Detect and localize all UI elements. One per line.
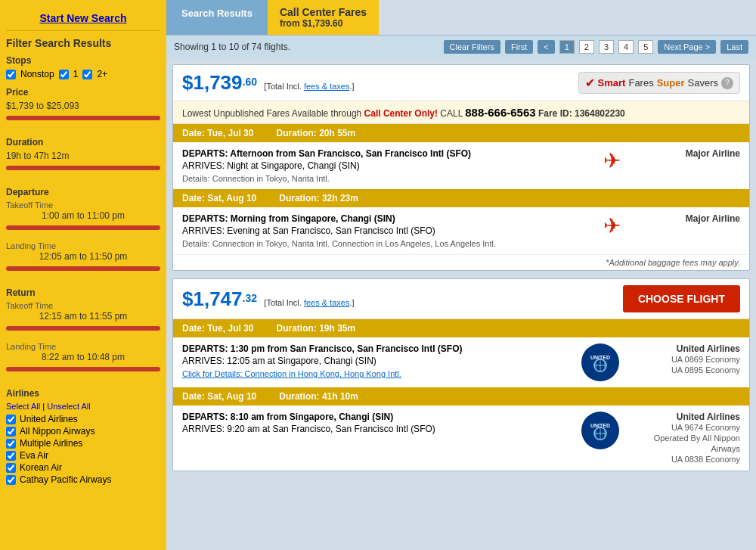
flight-card-1: $1,739.60 [Total Incl. fees & taxes.] ✔ …	[172, 64, 750, 271]
fees-link-1[interactable]: fees & taxes	[304, 82, 350, 91]
call-center-sub: from $1,739.60	[280, 18, 367, 29]
airline-logo-2b: UNITED	[581, 412, 642, 449]
airline-name-1a: Major Airline	[649, 148, 740, 159]
segment-header-2b: Date: Sat, Aug 10 Duration: 41h 10m	[173, 387, 749, 406]
airline-checkbox-5[interactable]	[6, 475, 16, 485]
duration-range: 19h to 47h 12m	[6, 151, 160, 161]
price-area-2: $1,747.32 [Total Incl. fees & taxes.]	[182, 287, 355, 311]
departure-landing-slider[interactable]	[6, 266, 160, 280]
return-landing-range: 8:22 am to 10:48 pm	[6, 352, 160, 362]
nonstop-checkbox[interactable]	[6, 70, 16, 79]
segment-header-1b: Date: Sat, Aug 10 Duration: 32h 23m	[173, 189, 749, 207]
card-header-2: $1,747.32 [Total Incl. fees & taxes.] CH…	[173, 279, 749, 319]
start-new-search-section: Start New Search	[6, 6, 160, 31]
airline-label-1: All Nippon Airways	[20, 426, 94, 437]
departure-landing-range: 12:05 am to 11:50 pm	[6, 251, 160, 262]
plane-icon-1a: ✈	[603, 149, 621, 172]
segment-body-2b: DEPARTS: 8:10 am from Singapore, Changi …	[173, 406, 749, 471]
airline-name-2b: United Airlines UA 9674 Economy Operated…	[649, 412, 740, 465]
return-filter: Return Takeoff Time 12:15 am to 11:55 pm…	[6, 287, 160, 381]
page-4-button[interactable]: 4	[618, 40, 634, 54]
departure-landing-label: Landing Time	[6, 241, 160, 250]
call-word: CALL	[440, 108, 465, 119]
segment-header-2a: Date: Tue, Jul 30 Duration: 19h 35m	[173, 319, 749, 337]
airline-logo-1a: ✈	[581, 148, 642, 173]
price-area-1: $1,739.60 [Total Incl. fees & taxes.]	[182, 71, 355, 95]
smartfares-help-icon[interactable]: ?	[721, 77, 733, 89]
segment-body-1a: DEPARTS: Afternoon from San Francisco, S…	[173, 142, 749, 189]
two-plus-checkbox[interactable]	[82, 70, 92, 79]
segment-info-1b: DEPARTS: Morning from Singapore, Changi …	[182, 213, 574, 248]
call-center-label: Call Center Fares	[280, 6, 367, 18]
airline-checkbox-1[interactable]	[6, 427, 16, 437]
card-header-1: $1,739.60 [Total Incl. fees & taxes.] ✔ …	[173, 65, 749, 101]
segment-info-2a: DEPARTS: 1:30 pm from San Francisco, San…	[182, 343, 574, 378]
airline-item-3: Eva Air	[6, 450, 160, 461]
arrives-2b: ARRIVES: 9:20 am at San Francisco, San F…	[182, 424, 574, 434]
price-cents-2: .32	[243, 292, 257, 304]
arrives-2a: ARRIVES: 12:05 am at Singapore, Changi (…	[182, 356, 574, 366]
duration-slider[interactable]	[6, 166, 160, 179]
two-plus-label: 2+	[97, 69, 107, 79]
airline-item-4: Korean Air	[6, 462, 160, 473]
clear-filters-button[interactable]: Clear Filters	[444, 40, 500, 54]
airline-checkbox-4[interactable]	[6, 463, 16, 473]
showing-text: Showing 1 to 10 of 74 flights.	[174, 42, 439, 52]
departure-takeoff-slider[interactable]	[6, 225, 160, 239]
plane-icon-1b: ✈	[603, 214, 621, 238]
unselect-all-link[interactable]: Unselect All	[47, 402, 90, 411]
seg1b-date: Date: Sat, Aug 10	[182, 193, 256, 204]
one-stop-label: 1	[73, 69, 79, 79]
arrives-1a: ARRIVES: Night at Singapore, Changi (SIN…	[182, 160, 574, 171]
select-all-link[interactable]: Select All	[6, 402, 40, 411]
price-range: $1,739 to $25,093	[6, 101, 160, 111]
next-page-button[interactable]: Next Page >	[658, 40, 716, 54]
tab-call-center[interactable]: Call Center Fares from $1,739.60	[268, 0, 379, 35]
seg1b-duration: Duration: 32h 23m	[279, 193, 358, 204]
tab-search-results[interactable]: Search Results	[166, 0, 268, 35]
airline-item-5: Cathay Pacific Airways	[6, 474, 160, 485]
departs-1b: DEPARTS: Morning from Singapore, Changi …	[182, 213, 574, 224]
choose-flight-button[interactable]: CHOOSE FLIGHT	[623, 285, 740, 312]
price-1: $1,739	[182, 71, 243, 94]
fare-id-label: Fare ID: 1364802230	[538, 108, 625, 119]
flight-card-2: $1,747.32 [Total Incl. fees & taxes.] CH…	[172, 278, 750, 471]
segment-header-1a: Date: Tue, Jul 30 Duration: 20h 55m	[173, 124, 749, 142]
seg2b-date: Date: Sat, Aug 10	[182, 391, 256, 402]
page-1-button[interactable]: 1	[559, 40, 575, 54]
seg2b-duration: Duration: 41h 10m	[279, 391, 358, 402]
united-logo-2a: UNITED	[581, 343, 619, 381]
start-new-search-link[interactable]: Start New Search	[39, 12, 126, 24]
page-3-button[interactable]: 3	[599, 40, 614, 54]
airline-checkbox-2[interactable]	[6, 439, 16, 449]
first-page-button[interactable]: First	[505, 40, 533, 54]
smartfares-badge: ✔ SmartFares SuperSavers ?	[578, 72, 740, 94]
segment-right-1b: ✈ Major Airline	[581, 213, 740, 238]
fees-link-2[interactable]: fees & taxes	[304, 298, 350, 307]
united-logo-2b: UNITED	[581, 412, 619, 449]
page-2-button[interactable]: 2	[579, 40, 594, 54]
last-page-button[interactable]: Last	[720, 40, 748, 54]
price-cents-1: .60	[243, 76, 257, 88]
airlines-label: Airlines	[6, 388, 160, 399]
connection-link-2a[interactable]: Click for Details: Connection in Hong Ko…	[182, 369, 401, 378]
return-takeoff-slider[interactable]	[6, 326, 160, 340]
airline-item-2: Multiple Airlines	[6, 438, 160, 449]
airline-logo-1b: ✈	[581, 213, 642, 238]
airlines-links: Select All | Unselect All	[6, 402, 160, 411]
airline-item-0: United Airlines	[6, 414, 160, 424]
airline-checkbox-0[interactable]	[6, 415, 16, 424]
one-stop-checkbox[interactable]	[59, 70, 69, 79]
price-slider[interactable]	[6, 116, 160, 129]
price-filter: Price $1,739 to $25,093	[6, 87, 160, 129]
return-landing-slider[interactable]	[6, 367, 160, 381]
results-header: Showing 1 to 10 of 74 flights. Clear Fil…	[166, 35, 756, 58]
prev-page-button[interactable]: <	[538, 40, 554, 54]
departure-takeoff-range: 1:00 am to 11:00 pm	[6, 210, 160, 221]
departs-2b: DEPARTS: 8:10 am from Singapore, Changi …	[182, 412, 574, 422]
airline-checkbox-3[interactable]	[6, 451, 16, 461]
page-5-button[interactable]: 5	[638, 40, 653, 54]
departure-filter: Departure Takeoff Time 1:00 am to 11:00 …	[6, 187, 160, 280]
price-note-2: [Total Incl. fees & taxes.]	[264, 298, 354, 307]
airline-label-4: Korean Air	[20, 462, 62, 473]
